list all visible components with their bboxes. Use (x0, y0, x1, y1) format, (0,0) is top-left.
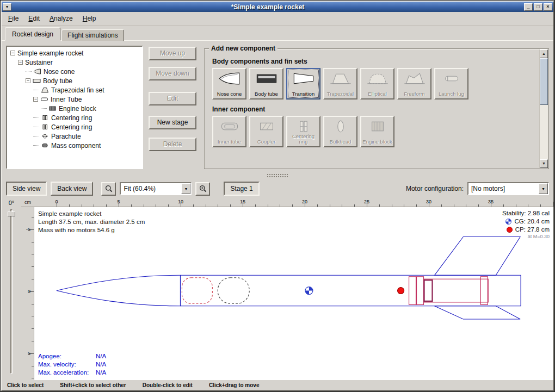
component-button-label: Inner tube (218, 139, 241, 145)
menu-edit[interactable]: Edit (24, 13, 44, 24)
design-panel: − Simple example rocket − Sustainer Nose… (2, 41, 553, 172)
motor-configuration-label: Motor configuration: (406, 185, 464, 192)
collapse-icon[interactable]: − (10, 51, 15, 55)
inner-tube-icon (218, 119, 241, 134)
close-button[interactable]: × (544, 3, 552, 11)
add-bulkhead-button[interactable]: Bulkhead (323, 116, 357, 147)
engine-block-icon (48, 105, 57, 111)
tree-item-rocket[interactable]: − Simple example rocket (8, 48, 141, 58)
tree-item-engine-block[interactable]: Engine block (8, 104, 141, 113)
ruler-tick-label: 25 (364, 199, 369, 204)
minimize-button[interactable]: _ (524, 3, 533, 11)
zoom-in-button[interactable] (195, 182, 210, 196)
add-body-tube-button[interactable]: Body tube (249, 68, 283, 99)
add-nose-cone-button[interactable]: Nose cone (212, 68, 246, 99)
motor-configuration-value: [No motors] (468, 185, 539, 192)
add-launch-lug-button[interactable]: Launch lug (434, 68, 468, 99)
motor-configuration-select[interactable]: [No motors] ▼ (467, 182, 549, 195)
horizontal-ruler: 0 5 10 15 20 25 30 35 (34, 198, 553, 207)
hint-double-click: Double-click to edit (143, 382, 193, 388)
collapse-icon[interactable]: − (26, 78, 30, 83)
collapse-icon[interactable]: − (18, 60, 23, 65)
back-view-button[interactable]: Back view (51, 182, 93, 196)
add-coupler-button[interactable]: Coupler (249, 116, 283, 147)
apogee-label: Apogee: (38, 352, 96, 360)
tree-item-label: Body tube (43, 77, 72, 85)
scroll-up-icon[interactable]: ▲ (540, 49, 548, 58)
tree-item-centering-ring-2[interactable]: Centering ring (8, 122, 141, 132)
new-stage-button[interactable]: New stage (149, 116, 196, 129)
add-elliptical-fin-button[interactable]: Elliptical (360, 68, 394, 99)
delete-button[interactable]: Delete (149, 138, 196, 151)
component-scrollbar[interactable]: ▲ ▼ (539, 49, 548, 168)
component-button-label: Centering ring (288, 134, 319, 145)
window-title: *Simple example rocket (13, 3, 523, 11)
cg-icon (505, 218, 512, 225)
parachute-icon (41, 133, 49, 139)
scrollbar-thumb[interactable] (540, 58, 548, 105)
scroll-down-icon[interactable]: ▼ (540, 159, 548, 168)
bulkhead-icon (329, 119, 352, 134)
add-freeform-fin-button[interactable]: Freeform (397, 68, 431, 99)
ruler-tick-label: 20 (302, 199, 307, 204)
centering-ring-icon (292, 119, 315, 134)
scrollbar-track[interactable] (540, 58, 548, 159)
add-centering-ring-button[interactable]: Centering ring (286, 116, 320, 147)
component-button-label: Coupler (257, 139, 275, 145)
tree-item-sustainer[interactable]: − Sustainer (8, 58, 141, 67)
hint-click-select: Click to select (7, 382, 44, 388)
tree-item-label: Centering ring (51, 114, 92, 122)
menu-bar: File Edit Analyze Help (2, 12, 553, 26)
fin-set-icon (41, 87, 49, 93)
collapse-icon[interactable]: − (33, 97, 38, 102)
rotation-slider[interactable] (10, 209, 13, 374)
component-button-label: Engine block (362, 139, 392, 145)
menu-file[interactable]: File (4, 13, 23, 24)
inner-tube-outline (424, 279, 488, 302)
trapezoidal-fin-icon (329, 71, 352, 86)
mass-component-icon (41, 142, 49, 148)
move-down-button[interactable]: Move down (149, 67, 196, 80)
menu-analyze[interactable]: Analyze (45, 13, 77, 24)
add-trapezoidal-fin-button[interactable]: Trapezoidal (323, 68, 357, 99)
side-view-button[interactable]: Side view (6, 182, 47, 196)
ruler-unit-label: cm (21, 198, 34, 207)
maximize-button[interactable]: □ (534, 3, 542, 11)
window-menu-icon[interactable]: ▾ (3, 3, 11, 11)
move-up-button[interactable]: Move up (149, 47, 196, 60)
rocket-canvas[interactable]: Simple example rocket Length 37.5 cm, ma… (34, 207, 553, 380)
zoom-select[interactable]: Fit (60.4%) ▼ (120, 182, 192, 195)
add-inner-tube-button[interactable]: Inner tube (212, 116, 246, 147)
menu-help[interactable]: Help (78, 13, 101, 24)
add-transition-button[interactable]: Transition (286, 68, 320, 99)
stage-1-toggle[interactable]: Stage 1 (224, 182, 259, 196)
chevron-down-icon[interactable]: ▼ (539, 183, 548, 194)
component-tree: − Simple example rocket − Sustainer Nose… (6, 46, 143, 169)
tree-item-nose-cone[interactable]: Nose cone (8, 67, 141, 76)
ruler-tick-label: 0 (28, 289, 30, 294)
engine-block-icon (366, 119, 389, 134)
tab-rocket-design[interactable]: Rocket design (5, 27, 60, 41)
status-bar: Click to select Shift+click to select ot… (2, 380, 553, 390)
tree-item-centering-ring-1[interactable]: Centering ring (8, 113, 141, 122)
chevron-down-icon[interactable]: ▼ (181, 183, 190, 194)
component-button-label: Transition (292, 91, 314, 97)
tree-item-mass-component[interactable]: Mass component (8, 141, 141, 150)
tree-item-fin-set[interactable]: Trapezoidal fin set (8, 85, 141, 95)
zoom-value: Fit (60.4%) (121, 185, 181, 192)
component-button-label: Bulkhead (330, 139, 351, 145)
add-engine-block-button[interactable]: Engine block (360, 116, 394, 147)
inner-tube-icon (40, 96, 48, 102)
edit-button[interactable]: Edit (149, 92, 196, 105)
elliptical-fin-icon (366, 71, 389, 86)
ruler-tick-label: 15 (240, 199, 245, 204)
ruler-tick-label: 5 (117, 199, 120, 204)
tree-item-inner-tube[interactable]: − Inner Tube (8, 95, 141, 104)
nose-cone-icon (218, 71, 241, 86)
zoom-out-button[interactable] (101, 182, 116, 196)
tree-item-parachute[interactable]: Parachute (8, 132, 141, 141)
tree-item-body-tube[interactable]: − Body tube (8, 76, 141, 85)
panel-splitter[interactable] (2, 172, 553, 179)
tab-flight-simulations[interactable]: Flight simulations (61, 29, 124, 41)
rotation-slider-handle[interactable] (8, 211, 15, 216)
